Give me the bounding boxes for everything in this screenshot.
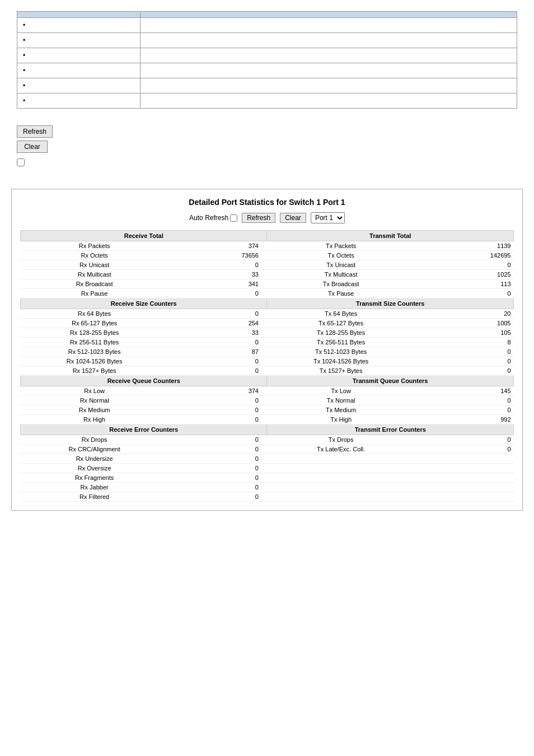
rx-value: 0 — [168, 338, 267, 347]
tx-label — [267, 454, 415, 464]
rx-label: Rx Oversize — [21, 464, 168, 473]
tx-label: Tx 256-511 Bytes — [267, 338, 415, 347]
tx-value: 0 — [415, 289, 513, 298]
rx-value: 0 — [168, 454, 267, 464]
rx-label: Rx Low — [21, 386, 168, 396]
table-row: Rx Undersize 0 — [21, 454, 514, 464]
table-row: Rx Jabber 0 — [21, 483, 514, 492]
table-row: Rx Normal 0 Tx Normal 0 — [21, 396, 514, 405]
value-cell — [140, 94, 517, 109]
tx-value: 0 — [415, 260, 513, 270]
panel-refresh-button[interactable]: Refresh — [242, 213, 275, 223]
rx-label: Rx 65-127 Bytes — [21, 319, 168, 328]
rx-value: 0 — [168, 445, 267, 454]
tx-value: 105 — [415, 328, 513, 338]
section-header-row: Receive Queue CountersTransmit Queue Cou… — [21, 376, 514, 386]
tx-label: Tx Multicast — [267, 270, 415, 279]
tx-label: Tx Normal — [267, 396, 415, 405]
section-header-right: Transmit Size Counters — [267, 298, 514, 309]
rx-value: 0 — [168, 309, 267, 319]
section-header-left: Receive Queue Counters — [21, 376, 267, 386]
tx-value: 20 — [415, 309, 513, 319]
tx-label — [267, 473, 415, 483]
rx-value: 0 — [168, 483, 267, 492]
rx-label: Rx Filtered — [21, 492, 168, 502]
tx-label: Tx Drops — [267, 435, 415, 445]
table-row: Rx Medium 0 Tx Medium 0 — [21, 405, 514, 415]
port-select[interactable]: Port 1Port 2Port 3Port 4Port 5Port 6Port… — [311, 212, 345, 223]
value-cell — [140, 78, 517, 94]
bullet-cell: • — [17, 48, 140, 63]
table-row: • — [17, 63, 517, 78]
rx-label: Rx 128-255 Bytes — [21, 328, 168, 338]
rx-value: 73656 — [168, 251, 267, 260]
table-row: Rx 256-511 Bytes 0 Tx 256-511 Bytes 8 — [21, 338, 514, 347]
section-header-right: Transmit Total — [267, 231, 514, 241]
rx-label: Rx Multicast — [21, 270, 168, 279]
value-cell — [140, 33, 517, 48]
tx-label: Tx Unicast — [267, 260, 415, 270]
tx-value: 145 — [415, 386, 513, 396]
rx-value: 341 — [168, 279, 267, 289]
rx-label: Rx High — [21, 415, 168, 424]
table-row: Rx 512-1023 Bytes 87 Tx 512-1023 Bytes 0 — [21, 347, 514, 357]
tx-value — [415, 492, 513, 502]
rx-value: 33 — [168, 328, 267, 338]
tx-label — [267, 464, 415, 473]
tx-value: 0 — [415, 366, 513, 376]
table-row: Rx Unicast 0 Tx Unicast 0 — [21, 260, 514, 270]
section-header-left: Receive Total — [21, 231, 267, 241]
table-row: Rx Packets 374 Tx Packets 1139 — [21, 241, 514, 251]
tx-value: 0 — [415, 435, 513, 445]
rx-label: Rx 256-511 Bytes — [21, 338, 168, 347]
table-row: Rx 64 Bytes 0 Tx 64 Bytes 20 — [21, 309, 514, 319]
table-row: • — [17, 94, 517, 109]
stats-table: Receive TotalTransmit Total Rx Packets 3… — [20, 230, 514, 502]
tx-value: 8 — [415, 338, 513, 347]
rx-value: 0 — [168, 464, 267, 473]
table-row: Rx Drops 0 Tx Drops 0 — [21, 435, 514, 445]
auto-refresh-checkbox-top[interactable] — [17, 158, 25, 166]
table-row: Rx Filtered 0 — [21, 492, 514, 502]
table-row: Rx Multicast 33 Tx Multicast 1025 — [21, 270, 514, 279]
tx-value: 0 — [415, 445, 513, 454]
tx-label: Tx 64 Bytes — [267, 309, 415, 319]
table-row: Rx Pause 0 Tx Pause 0 — [21, 289, 514, 298]
tx-label: Tx 512-1023 Bytes — [267, 347, 415, 357]
table-row: Rx Low 374 Tx Low 145 — [21, 386, 514, 396]
tx-value: 1139 — [415, 241, 513, 251]
rx-label: Rx 1527+ Bytes — [21, 366, 168, 376]
section-header-right: Transmit Error Counters — [267, 424, 514, 435]
tx-value — [415, 473, 513, 483]
clear-button[interactable]: Clear — [17, 141, 48, 153]
table-row: • — [17, 48, 517, 63]
bullet-cell: • — [17, 33, 140, 48]
section-header-row: Receive Error CountersTransmit Error Cou… — [21, 424, 514, 435]
rx-label: Rx Drops — [21, 435, 168, 445]
rx-label: Rx Pause — [21, 289, 168, 298]
rx-label: Rx Medium — [21, 405, 168, 415]
section-header-right: Transmit Queue Counters — [267, 376, 514, 386]
value-cell — [140, 18, 517, 33]
rx-label: Rx Normal — [21, 396, 168, 405]
table-row: Rx CRC/Alignment 0 Tx Late/Exc. Coll. 0 — [21, 445, 514, 454]
rx-value: 374 — [168, 241, 267, 251]
rx-label: Rx Octets — [21, 251, 168, 260]
rx-value: 374 — [168, 386, 267, 396]
tx-label: Tx Low — [267, 386, 415, 396]
tx-label: Tx 1024-1526 Bytes — [267, 357, 415, 366]
panel-clear-button[interactable]: Clear — [280, 213, 306, 223]
main-panel: Detailed Port Statistics for Switch 1 Po… — [11, 189, 523, 511]
tx-value: 992 — [415, 415, 513, 424]
tx-label: Tx 128-255 Bytes — [267, 328, 415, 338]
table-row: Rx Fragments 0 — [21, 473, 514, 483]
rx-label: Rx Broadcast — [21, 279, 168, 289]
auto-refresh-checkbox[interactable] — [230, 214, 237, 222]
table-row: Rx 1527+ Bytes 0 Tx 1527+ Bytes 0 — [21, 366, 514, 376]
tx-label: Tx Octets — [267, 251, 415, 260]
rx-value: 0 — [168, 396, 267, 405]
rx-label: Rx Packets — [21, 241, 168, 251]
value-cell — [140, 48, 517, 63]
section-header-left: Receive Size Counters — [21, 298, 267, 309]
refresh-button[interactable]: Refresh — [17, 125, 53, 138]
